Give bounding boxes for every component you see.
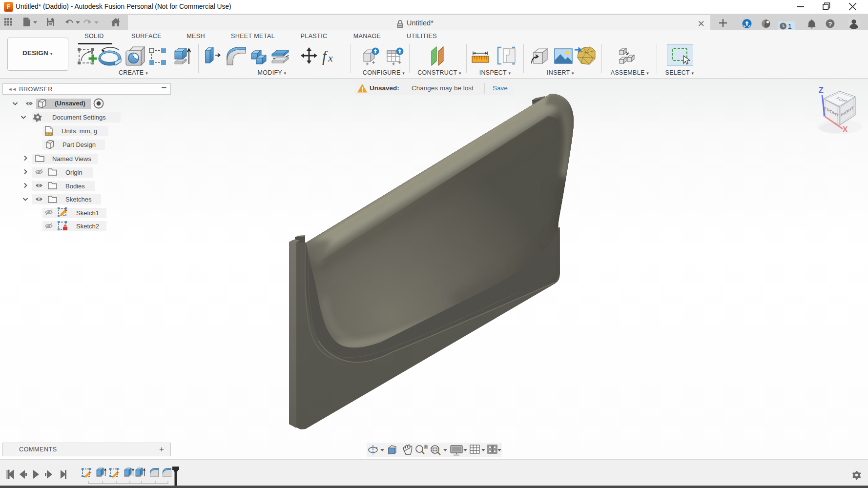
svg-text:1: 1 bbox=[788, 22, 792, 30]
svg-text:?: ? bbox=[828, 20, 832, 28]
svg-text:x: x bbox=[328, 52, 333, 64]
svg-text:X: X bbox=[843, 125, 848, 134]
svg-text:F: F bbox=[7, 3, 10, 10]
svg-text:Z: Z bbox=[819, 86, 824, 94]
